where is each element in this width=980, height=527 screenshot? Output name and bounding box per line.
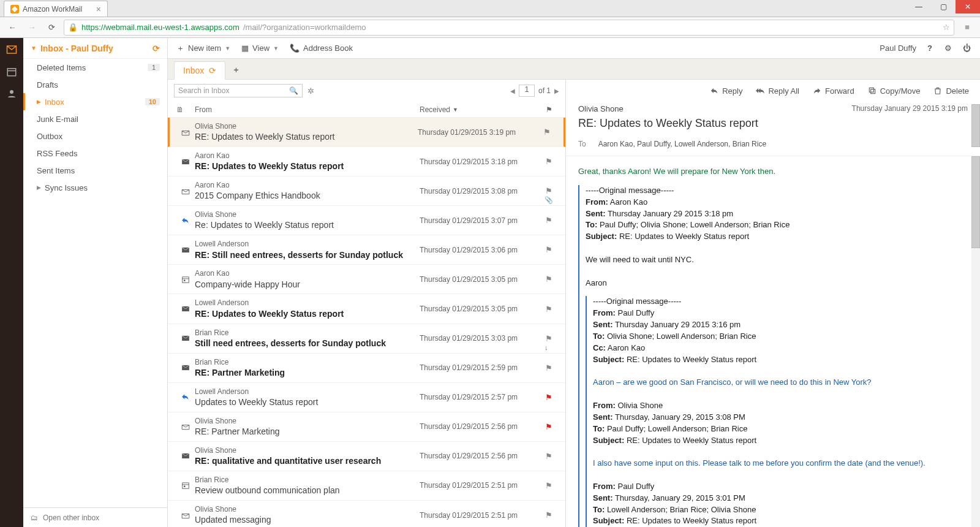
flag-icon[interactable]: ⚑ — [541, 157, 557, 166]
message-row[interactable]: Brian Rice Still need entrees, desserts … — [168, 324, 565, 354]
flag-icon[interactable]: ⚑ — [541, 275, 557, 284]
message-from: Olivia Shone — [195, 445, 420, 455]
gear-icon[interactable]: ⚙ — [943, 44, 953, 53]
window-close-button[interactable]: ✕ — [956, 0, 980, 13]
message-type-icon — [176, 157, 195, 166]
col-from[interactable]: From — [195, 105, 420, 114]
chrome-menu-button[interactable]: ≡ — [959, 20, 975, 36]
folder-item[interactable]: ▶Inbox10 — [23, 93, 167, 110]
help-icon[interactable]: ? — [925, 44, 935, 53]
attachment-icon: 📎 — [545, 196, 553, 204]
folder-header[interactable]: ▼ Inbox - Paul Duffy ⟳ — [23, 38, 167, 59]
reload-button[interactable]: ⟳ — [44, 20, 59, 35]
flag-icon[interactable]: ⚑ — [541, 363, 557, 373]
message-row[interactable]: Aaron KaoCompany-wide Happy HourThursday… — [168, 265, 565, 294]
reply-button[interactable]: Reply — [710, 86, 742, 96]
refresh-icon[interactable]: ⟳ — [209, 66, 216, 75]
page-prev-icon[interactable]: ◀ — [510, 88, 515, 94]
body-scrollbar-thumb[interactable] — [971, 156, 980, 248]
new-item-button[interactable]: ＋ New item ▼ — [176, 43, 230, 54]
message-row[interactable]: Lowell AndersonRE: Still need entrees, d… — [168, 235, 565, 265]
window-minimize-button[interactable]: — — [907, 0, 931, 13]
folder-item[interactable]: Junk E-mail — [23, 110, 167, 127]
flag-icon[interactable]: ⚑ — [541, 422, 557, 431]
message-row[interactable]: Olivia ShoneRE: Partner MarketingThursda… — [168, 412, 565, 442]
back-button[interactable]: ← — [5, 20, 20, 35]
message-row[interactable]: Brian RiceRE: Partner MarketingThursday … — [168, 354, 565, 383]
message-from: Olivia Shone — [195, 416, 420, 426]
url-input[interactable]: 🔒 https://webmail.mail.eu-west-1.awsapps… — [64, 20, 954, 36]
col-received[interactable]: Received▼ — [420, 105, 541, 114]
delete-button[interactable]: Delete — [933, 86, 969, 96]
message-subject: Review outbound communication plan — [195, 485, 420, 496]
flag-icon[interactable]: ⚑📎 — [541, 186, 557, 195]
flag-icon[interactable]: ⚑ — [541, 452, 557, 461]
doc-icon[interactable]: 🗎 — [176, 105, 195, 114]
message-from: Olivia Shone — [195, 210, 420, 219]
flag-icon[interactable]: ⚑ — [541, 216, 557, 225]
rail-calendar-icon[interactable] — [5, 65, 18, 78]
forward-button[interactable]: Forward — [813, 86, 854, 96]
message-row[interactable]: Olivia ShoneUpdated messagingThursday 01… — [168, 501, 565, 527]
refresh-icon[interactable]: ⟳ — [153, 44, 160, 53]
message-from: Brian Rice — [195, 357, 420, 367]
folder-item[interactable]: Deleted Items1 — [23, 59, 167, 76]
message-row[interactable]: Aaron KaoRE: Updates to Weekly Status re… — [168, 147, 565, 176]
flag-icon[interactable]: ⚑ — [541, 481, 557, 490]
window-maximize-button[interactable]: ▢ — [931, 0, 956, 13]
message-row[interactable]: Brian RiceReview outbound communication … — [168, 471, 565, 501]
message-date: Thursday 01/29/2015 3:05 pm — [420, 305, 541, 313]
folder-item[interactable]: Drafts — [23, 76, 167, 93]
folder-item[interactable]: Outbox — [23, 127, 167, 145]
power-icon[interactable]: ⏻ — [962, 44, 971, 53]
message-row[interactable]: Aaron Kao2015 Company Ethics HandbookThu… — [168, 176, 565, 206]
message-type-icon — [176, 452, 195, 460]
search-icon[interactable]: 🔍 — [289, 86, 298, 95]
inbox-tab[interactable]: Inbox ⟳ — [174, 61, 225, 80]
svg-rect-10 — [869, 88, 873, 92]
pager: ◀ 1 of 1 ▶ — [510, 85, 559, 97]
flag-icon[interactable]: ⚑↓ — [541, 334, 557, 343]
flag-icon[interactable]: ⚑ — [541, 393, 557, 402]
message-row[interactable]: Lowell AndersonRE: Updates to Weekly Sta… — [168, 294, 565, 324]
message-subject: RE: Partner Marketing — [195, 426, 420, 438]
page-number[interactable]: 1 — [519, 85, 535, 97]
message-row[interactable]: Olivia ShoneRe: Updates to Weekly Status… — [168, 206, 565, 235]
search-input[interactable]: Search in Inbox 🔍 — [174, 84, 303, 97]
page-next-icon[interactable]: ▶ — [554, 88, 559, 94]
main-toolbar: ＋ New item ▼ ▦ View ▼ 📞 Address Book Pau… — [168, 38, 980, 59]
phone-icon: 📞 — [290, 44, 300, 53]
plus-icon: ＋ — [176, 43, 184, 54]
reply-all-button[interactable]: Reply All — [756, 86, 799, 96]
folder-item[interactable]: ▶Sync Issues — [23, 179, 167, 196]
message-subject: RE: Updates to Weekly Status report — [195, 161, 420, 172]
bookmark-star-icon[interactable]: ☆ — [943, 23, 950, 32]
add-tab-button[interactable]: ＋ — [227, 61, 245, 79]
rail-mail-icon[interactable] — [5, 43, 18, 56]
close-tab-icon[interactable]: × — [96, 4, 101, 14]
svg-rect-6 — [184, 280, 185, 281]
folder-item[interactable]: Sent Items — [23, 162, 167, 179]
flag-icon[interactable]: ⚑ — [541, 245, 557, 254]
browser-tab[interactable]: Amazon WorkMail × — [4, 1, 108, 17]
message-row[interactable]: Lowell AndersonUpdates to Weekly Status … — [168, 383, 565, 412]
message-list: Olivia ShoneRE: Updates to Weekly Status… — [168, 118, 565, 527]
rail-contacts-icon[interactable] — [5, 87, 18, 100]
message-type-icon — [176, 511, 195, 520]
copy-move-button[interactable]: Copy/Move — [868, 86, 921, 96]
folder-item[interactable]: RSS Feeds — [23, 145, 167, 162]
address-book-button[interactable]: 📞 Address Book — [290, 44, 353, 53]
open-other-inbox[interactable]: 🗂 Open other inbox — [23, 507, 167, 527]
message-row[interactable]: Olivia ShoneRE: Updates to Weekly Status… — [168, 118, 565, 147]
scrollbar-thumb[interactable] — [971, 104, 980, 147]
flag-icon[interactable]: ⚑ — [539, 127, 555, 137]
flag-icon[interactable]: ⚑ — [541, 510, 557, 520]
col-flag-icon[interactable]: ⚑ — [541, 105, 557, 114]
message-subject: RE: qualitative and quantitative user re… — [195, 455, 420, 467]
search-options-icon[interactable]: ✲ — [307, 86, 314, 96]
view-button[interactable]: ▦ View ▼ — [241, 44, 279, 53]
message-row[interactable]: Olivia ShoneRE: qualitative and quantita… — [168, 442, 565, 471]
message-subject: Updated messaging — [195, 514, 420, 526]
flag-icon[interactable]: ⚑ — [541, 305, 557, 314]
forward-button[interactable]: → — [24, 20, 39, 35]
